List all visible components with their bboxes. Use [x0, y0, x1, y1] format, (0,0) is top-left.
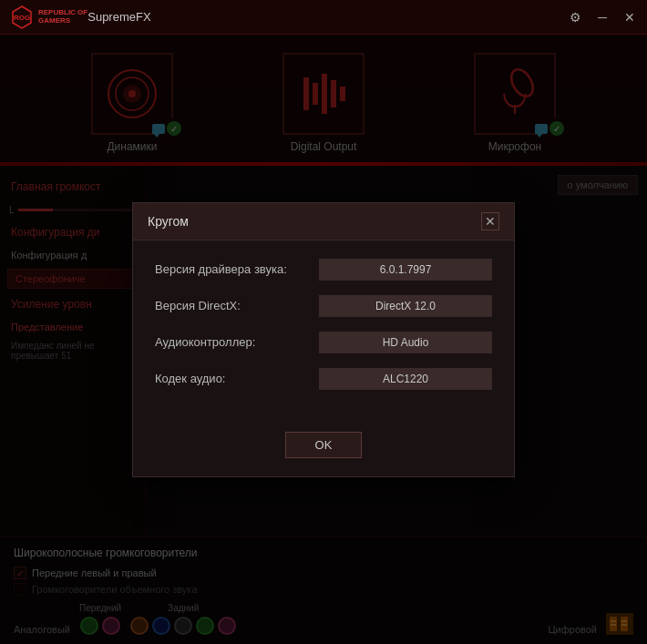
- audio-codec-label: Кодек аудио:: [155, 372, 319, 385]
- audio-controller-label: Аудиоконтроллер:: [155, 335, 319, 349]
- rog-logo: ROG REPUBLIC OFGAMERS: [9, 5, 87, 30]
- modal-overlay: Кругом ✕ Версия драйвера звука: 6.0.1.79…: [0, 35, 647, 644]
- svg-text:ROG: ROG: [14, 14, 30, 22]
- modal-title: Кругом: [148, 214, 189, 229]
- directx-label: Версия DirectX:: [155, 299, 319, 312]
- driver-version-value: 6.0.1.7997: [319, 259, 492, 281]
- titlebar-controls: ⚙ ─ ✕: [567, 10, 638, 25]
- driver-version-label: Версия драйвера звука:: [155, 262, 319, 276]
- modal-close-button[interactable]: ✕: [481, 212, 499, 230]
- modal-ok-button[interactable]: OK: [285, 432, 363, 458]
- directx-row: Версия DirectX: DirectX 12.0: [155, 295, 492, 317]
- audio-controller-row: Аудиоконтроллер: HD Audio: [155, 332, 492, 353]
- modal-footer: OK: [133, 423, 514, 476]
- directx-value: DirectX 12.0: [319, 295, 492, 317]
- settings-button[interactable]: ⚙: [567, 10, 583, 25]
- main-area: ✓ Динамики Digital Output: [0, 35, 647, 644]
- modal-dialog: Кругом ✕ Версия драйвера звука: 6.0.1.79…: [132, 202, 515, 477]
- close-button[interactable]: ✕: [621, 10, 638, 25]
- titlebar: ROG REPUBLIC OFGAMERS SupremeFX ⚙ ─ ✕: [0, 0, 647, 35]
- minimize-button[interactable]: ─: [594, 10, 611, 25]
- audio-codec-value: ALC1220: [319, 368, 492, 390]
- rog-emblem-icon: ROG: [9, 5, 35, 30]
- audio-codec-row: Кодек аудио: ALC1220: [155, 368, 492, 390]
- driver-version-row: Версия драйвера звука: 6.0.1.7997: [155, 259, 492, 281]
- audio-controller-value: HD Audio: [319, 332, 492, 353]
- modal-titlebar: Кругом ✕: [133, 203, 514, 240]
- rog-text: REPUBLIC OFGAMERS: [38, 9, 87, 26]
- modal-body: Версия драйвера звука: 6.0.1.7997 Версия…: [133, 240, 514, 423]
- app-title: SupremeFX: [87, 10, 567, 24]
